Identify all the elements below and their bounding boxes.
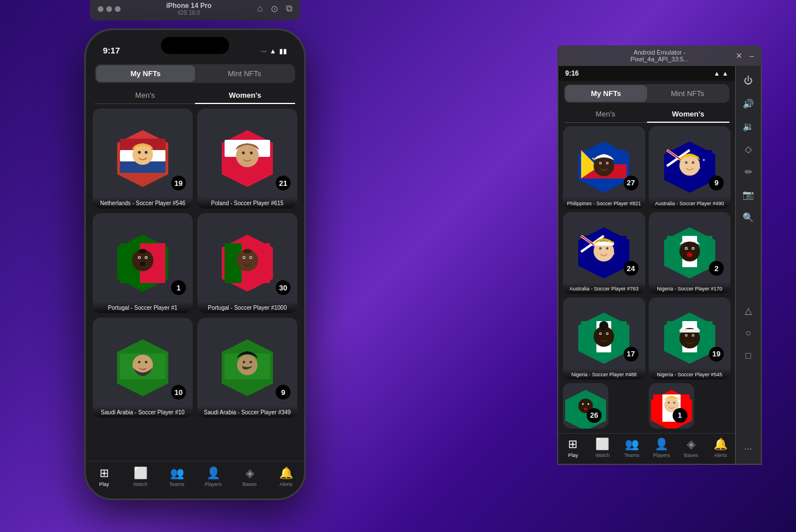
svg-point-42 xyxy=(237,355,258,375)
android-nav-play[interactable]: ⊞ Play xyxy=(558,437,588,458)
svg-point-54 xyxy=(600,163,601,164)
ios-nav-alerts-label: Alerts xyxy=(279,481,292,487)
android-nft-australia-9[interactable]: ✦ ✦ ✦ xyxy=(649,126,731,209)
android-back-btn[interactable]: △ xyxy=(739,301,757,319)
android-nft-canada-1[interactable]: 🍁 1 xyxy=(649,383,694,429)
android-card-image-philippines: ✦ xyxy=(563,126,645,209)
android-badge-philippines: 27 xyxy=(624,176,639,190)
android-nft-nigeria-19[interactable]: 19 Nigeria - Soccer Player #545 xyxy=(649,297,731,380)
ios-nft-card-netherlands[interactable]: 19 Netherlands - Soccer Player #546 xyxy=(93,109,193,209)
android-nft-scroll[interactable]: ✦ xyxy=(558,126,735,433)
android-watch-icon: ⬜ xyxy=(595,437,610,451)
android-power-btn[interactable]: ⏻ xyxy=(739,72,757,90)
android-nft-nigeria-26[interactable]: 26 xyxy=(563,383,608,429)
android-stylus-btn[interactable]: ✏ xyxy=(739,163,757,181)
window-close[interactable] xyxy=(98,6,103,12)
android-nft-philippines[interactable]: ✦ xyxy=(563,126,645,209)
android-womens-tab[interactable]: Women's xyxy=(647,106,730,123)
android-time: 9:16 xyxy=(565,69,714,77)
android-nav-watch[interactable]: ⬜ Watch xyxy=(588,437,617,458)
android-main-tabs[interactable]: My NFTs Mint NFTs xyxy=(564,84,729,103)
android-nft-australia-24[interactable]: ✦ 24 xyxy=(563,212,645,294)
ios-tab-my-nfts[interactable]: My NFTs xyxy=(96,65,195,82)
android-rotate-btn[interactable]: ◇ xyxy=(739,140,757,158)
svg-point-95 xyxy=(607,333,608,334)
android-nav-players[interactable]: 👤 Players xyxy=(646,437,676,458)
ios-phone-screen: 9:17 ··· ▲ ▮▮ My NFTs Mint NFTs Men's Wo… xyxy=(86,30,304,498)
android-card-image-nigeria-2 xyxy=(649,212,731,294)
alerts-icon: 🔔 xyxy=(279,466,293,480)
window-minimize[interactable] xyxy=(106,6,112,12)
android-close-btn[interactable]: ✕ xyxy=(736,51,743,60)
svg-point-119 xyxy=(673,401,675,403)
ios-nav-play[interactable]: ⊞ Play xyxy=(86,466,122,487)
android-vol-up-btn[interactable]: 🔊 xyxy=(739,94,757,113)
ios-label-portugal-30: Portugal - Soccer Player #1000 xyxy=(197,301,297,313)
android-wifi-icon: ▲ xyxy=(714,70,720,77)
players-icon: 👤 xyxy=(206,466,221,480)
svg-point-55 xyxy=(607,163,608,164)
ios-gender-tabs[interactable]: Men's Women's xyxy=(95,88,295,104)
ios-card-image-poland xyxy=(197,109,297,209)
svg-point-75 xyxy=(606,247,608,250)
android-nft-nigeria-2[interactable]: 2 Nigeria - Soccer Player #170 xyxy=(649,212,731,294)
ios-nav-alerts[interactable]: 🔔 Alerts xyxy=(268,466,304,487)
android-nav-bases[interactable]: ◈ Bases xyxy=(676,437,706,458)
rotate-icon[interactable]: ⧉ xyxy=(286,3,292,14)
ios-nft-card-saudi-9[interactable]: اللّٰه xyxy=(197,318,297,418)
android-more-btn[interactable]: ··· xyxy=(739,440,757,458)
android-tab-my-nfts[interactable]: My NFTs xyxy=(565,85,647,102)
ios-nav-players[interactable]: 👤 Players xyxy=(195,466,231,487)
ios-nft-card-saudi-10[interactable]: اللّٰه 10 xyxy=(93,318,193,418)
ios-badge-saudi-10: 10 xyxy=(171,385,186,400)
android-status-bar: 9:16 ▲ ▲ xyxy=(558,66,735,81)
android-camera-btn[interactable]: 📷 xyxy=(739,185,757,203)
ios-device-name: iPhone 14 Pro xyxy=(127,2,250,10)
android-label-nigeria-19: Nigeria - Soccer Player #545 xyxy=(649,368,731,380)
android-nav-bases-label: Bases xyxy=(684,452,698,458)
svg-point-104 xyxy=(686,335,687,336)
ios-mens-tab[interactable]: Men's xyxy=(95,88,195,104)
svg-point-110 xyxy=(587,403,589,405)
android-minimize-btn[interactable]: – xyxy=(749,51,754,60)
android-mens-tab[interactable]: Men's xyxy=(564,106,647,123)
ios-titlebar: iPhone 14 Pro iOS 16.0 ⌂ ⊙ ⧉ xyxy=(90,0,300,20)
svg-rect-32 xyxy=(243,249,252,253)
android-tab-mint-nfts[interactable]: Mint NFTs xyxy=(647,85,729,102)
ios-nav-teams[interactable]: 👥 Teams xyxy=(159,466,195,487)
ios-tab-mint-nfts[interactable]: Mint NFTs xyxy=(195,65,294,82)
android-home-btn[interactable]: ○ xyxy=(739,324,757,342)
ios-os-version: iOS 16.0 xyxy=(127,10,250,16)
android-vol-down-btn[interactable]: 🔉 xyxy=(739,117,757,135)
window-maximize[interactable] xyxy=(115,6,121,12)
android-bases-icon: ◈ xyxy=(687,437,695,451)
svg-point-6 xyxy=(138,151,141,154)
android-gender-tabs[interactable]: Men's Women's xyxy=(564,106,729,123)
android-label-philippines: Philippines - Soccer Player #821 xyxy=(563,197,645,209)
ios-nft-card-poland[interactable]: 21 Poland - Soccer Player #615 xyxy=(197,109,297,209)
ios-label-saudi-10: Saudi Arabia - Soccer Player #10 xyxy=(93,406,193,418)
android-nav-alerts[interactable]: 🔔 Alerts xyxy=(706,437,735,458)
ios-window-controls[interactable] xyxy=(98,6,121,12)
svg-rect-106 xyxy=(679,329,700,332)
ios-nav-watch[interactable]: ⬜ Watch xyxy=(122,466,159,487)
ios-nav-bases[interactable]: ◈ Bases xyxy=(231,466,268,487)
android-zoom-btn[interactable]: 🔍 xyxy=(739,208,757,226)
android-nav-teams[interactable]: 👥 Teams xyxy=(617,437,647,458)
ios-nft-scroll[interactable]: 19 Netherlands - Soccer Player #546 xyxy=(86,109,304,461)
ios-main-tabs[interactable]: My NFTs Mint NFTs xyxy=(95,64,295,83)
ios-card-image-portugal-30 xyxy=(197,213,297,313)
android-nft-nigeria-17[interactable]: 17 Nigeria - Soccer Player #488 xyxy=(563,297,645,380)
screenshot-icon[interactable]: ⊙ xyxy=(271,3,278,14)
ios-nft-card-portugal-30[interactable]: 30 Portugal - Soccer Player #1000 xyxy=(197,213,297,313)
svg-point-21 xyxy=(146,257,147,258)
ios-toolbar-icons[interactable]: ⌂ ⊙ ⧉ xyxy=(257,3,292,14)
ios-womens-tab[interactable]: Women's xyxy=(195,88,295,104)
ios-time: 9:17 xyxy=(103,45,120,55)
ios-nav-watch-label: Watch xyxy=(133,481,147,487)
home-icon[interactable]: ⌂ xyxy=(257,3,263,14)
android-nav-players-label: Players xyxy=(653,452,670,458)
android-recents-btn[interactable]: □ xyxy=(739,347,757,365)
svg-text:✦: ✦ xyxy=(702,158,706,162)
ios-nft-card-portugal-1[interactable]: 1 Portugal - Soccer Player #1 xyxy=(93,213,193,313)
